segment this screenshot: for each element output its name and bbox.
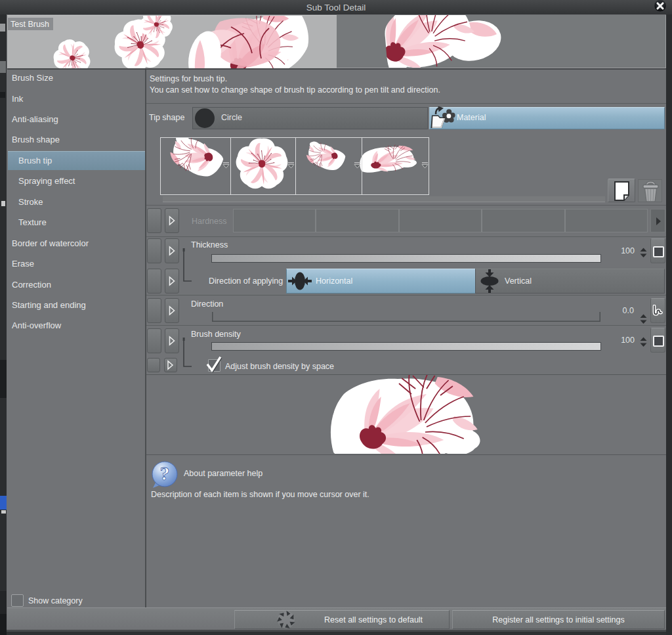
svg-text:?: ? [160, 462, 170, 484]
